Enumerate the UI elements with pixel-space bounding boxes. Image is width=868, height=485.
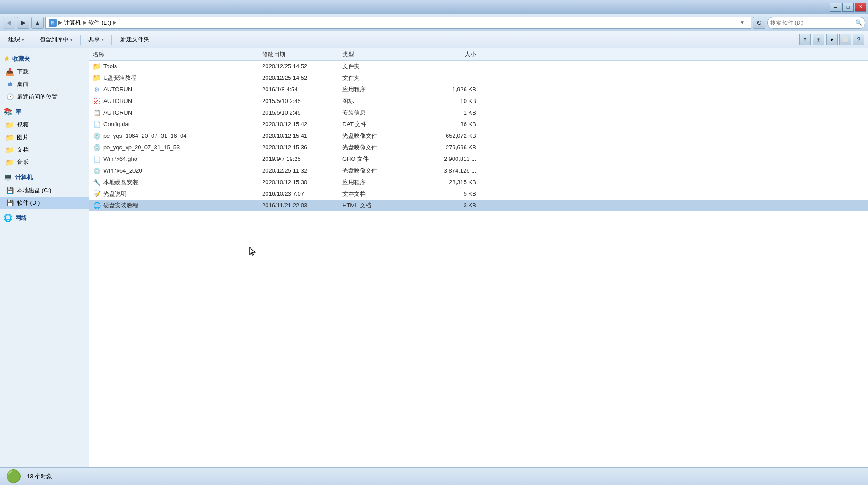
- file-date: 2016/10/23 7:07: [262, 190, 342, 197]
- sidebar-item-drive-c[interactable]: 💾 本地磁盘 (C:): [0, 184, 89, 197]
- file-type: 应用程序: [342, 86, 414, 94]
- file-name: 光盘说明: [103, 190, 127, 198]
- network-icon: 🌐: [4, 214, 12, 222]
- sidebar-item-download[interactable]: 📥 下载: [0, 66, 89, 78]
- file-size: 279,696 KB: [414, 144, 476, 151]
- file-date: 2020/12/25 14:52: [262, 63, 342, 70]
- include-label: 包含到库中: [40, 36, 69, 44]
- sidebar-section-library: 📚 库 📁 视频 📁 图片 📁 文档: [0, 105, 89, 169]
- sidebar-item-drive-d[interactable]: 💾 软件 (D:): [0, 197, 89, 209]
- organize-label: 组织: [8, 36, 20, 44]
- file-icon: 📁: [93, 74, 101, 82]
- col-header-name[interactable]: 名称: [93, 50, 262, 58]
- path-computer: 计算机: [64, 19, 81, 27]
- view-toggle-button[interactable]: ≡: [799, 34, 811, 45]
- file-type: 应用程序: [342, 178, 414, 186]
- new-folder-button[interactable]: 新建文件夹: [115, 33, 155, 46]
- share-button[interactable]: 共享 ▾: [83, 33, 109, 46]
- sidebar-item-image[interactable]: 📁 图片: [0, 131, 89, 144]
- table-row[interactable]: 📁 U盘安装教程 2020/12/25 14:52 文件夹: [89, 72, 868, 84]
- sidebar-item-video[interactable]: 📁 视频: [0, 119, 89, 131]
- sidebar-header-favorites[interactable]: ★ 收藏夹: [0, 52, 89, 66]
- file-icon: 📁: [93, 62, 101, 70]
- organize-button[interactable]: 组织 ▾: [4, 33, 29, 46]
- path-drive: 软件 (D:): [88, 19, 111, 27]
- refresh-button[interactable]: ↻: [753, 17, 765, 29]
- computer-icon: 💻: [4, 173, 12, 181]
- sidebar-download-label: 下载: [17, 68, 29, 76]
- file-type: 文件夹: [342, 74, 414, 82]
- sidebar-item-recent[interactable]: 🕐 最近访问的位置: [0, 90, 89, 103]
- file-name: U盘安装教程: [103, 74, 136, 82]
- file-date: 2020/10/12 15:36: [262, 144, 342, 151]
- toolbar-separator-3: [111, 35, 112, 45]
- table-row[interactable]: 🔧 本地硬盘安装 2020/10/12 15:30 应用程序 28,315 KB: [89, 177, 868, 188]
- file-size: 652,072 KB: [414, 132, 476, 139]
- image-folder-icon: 📁: [5, 133, 14, 142]
- col-header-date[interactable]: 修改日期: [262, 50, 342, 58]
- view-arrow-button[interactable]: ▾: [826, 34, 838, 45]
- back-icon: ◀: [7, 19, 11, 26]
- col-header-size[interactable]: 大小: [414, 50, 476, 58]
- table-row[interactable]: 📄 Win7x64.gho 2019/9/7 19:25 GHO 文件 2,90…: [89, 153, 868, 165]
- table-row[interactable]: 💿 Win7x64_2020 2020/12/25 11:32 光盘映像文件 3…: [89, 165, 868, 177]
- search-icon[interactable]: 🔍: [855, 19, 862, 26]
- table-row[interactable]: 💿 pe_yqs_xp_20_07_31_15_53 2020/10/12 15…: [89, 142, 868, 153]
- search-box[interactable]: 🔍: [767, 17, 865, 29]
- view-icon2: ⊞: [816, 37, 821, 43]
- table-row[interactable]: 🌐 硬盘安装教程 2016/11/21 22:03 HTML 文档 3 KB: [89, 200, 868, 211]
- table-row[interactable]: 📝 光盘说明 2016/10/23 7:07 文本文档 5 KB: [89, 188, 868, 200]
- sidebar-desktop-label: 桌面: [17, 80, 29, 88]
- table-row[interactable]: 📁 Tools 2020/12/25 14:52 文件夹: [89, 61, 868, 72]
- file-type: 光盘映像文件: [342, 144, 414, 152]
- path-dropdown-icon[interactable]: ▼: [740, 20, 748, 25]
- maximize-button[interactable]: □: [842, 3, 854, 12]
- search-input[interactable]: [770, 20, 855, 26]
- view-icon: ≡: [803, 37, 806, 43]
- sidebar-header-computer[interactable]: 💻 计算机: [0, 170, 89, 184]
- table-row[interactable]: ⚙ AUTORUN 2016/1/8 4:54 应用程序 1,926 KB: [89, 84, 868, 95]
- toolbar: 组织 ▾ 包含到库中 ▾ 共享 ▾ 新建文件夹 ≡ ⊞ ▾ ⬜ ?: [0, 31, 868, 48]
- sidebar-header-network[interactable]: 🌐 网络: [0, 211, 89, 225]
- col-header-type[interactable]: 类型: [342, 50, 414, 58]
- view-option-button[interactable]: ⊞: [813, 34, 824, 45]
- table-row[interactable]: 💿 pe_yqs_1064_20_07_31_16_04 2020/10/12 …: [89, 130, 868, 142]
- file-type: 文件夹: [342, 62, 414, 70]
- file-rows-container: 📁 Tools 2020/12/25 14:52 文件夹 📁 U盘安装教程 20…: [89, 61, 868, 211]
- preview-pane-button[interactable]: ⬜: [839, 34, 851, 45]
- table-row[interactable]: 📄 Config.dat 2020/10/12 15:42 DAT 文件 36 …: [89, 119, 868, 130]
- file-icon: 📄: [93, 120, 101, 128]
- help-button[interactable]: ?: [853, 34, 864, 45]
- include-library-button[interactable]: 包含到库中 ▾: [35, 33, 78, 46]
- minimize-button[interactable]: ─: [830, 3, 841, 12]
- sidebar-item-doc[interactable]: 📁 文档: [0, 144, 89, 156]
- sidebar-header-library[interactable]: 📚 库: [0, 105, 89, 119]
- close-button[interactable]: ✕: [855, 3, 866, 12]
- share-label: 共享: [88, 36, 100, 44]
- file-type: GHO 文件: [342, 155, 414, 163]
- preview-icon: ⬜: [842, 37, 849, 43]
- table-row[interactable]: 📋 AUTORUN 2015/5/10 2:45 安装信息 1 KB: [89, 107, 868, 119]
- file-date: 2020/10/12 15:41: [262, 132, 342, 139]
- file-name: Win7x64.gho: [103, 156, 137, 162]
- up-button[interactable]: ▲: [31, 17, 44, 29]
- file-date: 2015/5/10 2:45: [262, 109, 342, 116]
- status-bar: 🟢 13 个对象: [0, 467, 868, 485]
- file-date: 2016/1/8 4:54: [262, 86, 342, 93]
- file-icon: ⚙: [93, 86, 101, 94]
- organize-arrow-icon: ▾: [22, 37, 24, 42]
- forward-button[interactable]: ▶: [17, 17, 29, 29]
- sidebar-library-label: 库: [15, 108, 21, 116]
- table-row[interactable]: 🖼 AUTORUN 2015/5/10 2:45 图标 10 KB: [89, 95, 868, 107]
- sidebar-item-desktop[interactable]: 🖥 桌面: [0, 78, 89, 90]
- drive-c-icon: 💾: [5, 186, 14, 195]
- status-app-icon: 🟢: [5, 469, 21, 485]
- address-path[interactable]: ⊞ ▶ 计算机 ▶ 软件 (D:) ▶ ▼: [45, 17, 751, 29]
- title-bar-controls: ─ □ ✕: [830, 3, 866, 12]
- back-button[interactable]: ◀: [3, 17, 15, 29]
- download-icon: 📥: [5, 67, 14, 76]
- desktop-icon: 🖥: [5, 80, 14, 89]
- file-type: 光盘映像文件: [342, 167, 414, 175]
- sidebar-item-music[interactable]: 📁 音乐: [0, 156, 89, 169]
- file-size: 1 KB: [414, 109, 476, 116]
